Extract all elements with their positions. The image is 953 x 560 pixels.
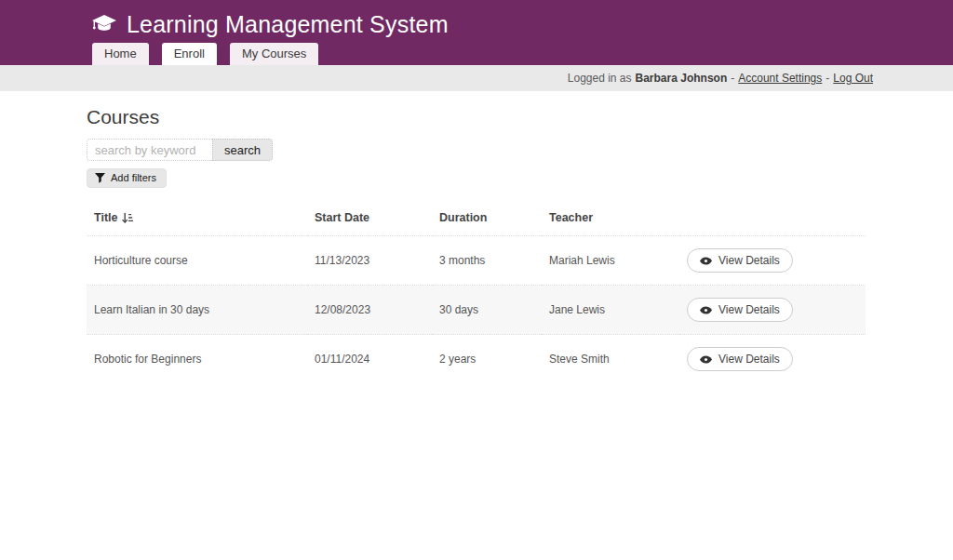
logged-in-label: Logged in as	[568, 72, 632, 85]
table-row: Learn Italian in 30 days 12/08/2023 30 d…	[87, 286, 866, 335]
user-name: Barbara Johnson	[636, 72, 728, 85]
table-row: Robotic for Beginners 01/11/2024 2 years…	[87, 335, 866, 384]
eye-icon	[700, 257, 712, 265]
log-out-link[interactable]: Log Out	[833, 72, 873, 85]
column-header-duration: Duration	[432, 202, 542, 236]
courses-table: Title Start Date Durati	[87, 202, 866, 383]
filter-icon	[95, 173, 105, 183]
course-start-date: 01/11/2024	[307, 335, 432, 384]
graduation-cap-icon	[92, 15, 116, 34]
view-details-button[interactable]: View Details	[687, 298, 793, 322]
course-duration: 2 years	[432, 335, 542, 384]
course-title: Robotic for Beginners	[87, 335, 307, 384]
search-button[interactable]: search	[212, 139, 273, 161]
view-details-button[interactable]: View Details	[687, 347, 793, 371]
view-details-label: View Details	[718, 303, 780, 316]
eye-icon	[700, 355, 712, 364]
table-header: Title Start Date Durati	[87, 202, 866, 236]
main-nav: Home Enroll My Courses	[92, 43, 318, 65]
app-title: Learning Management System	[127, 11, 449, 38]
main-content: Courses search Add filters Title	[87, 106, 873, 383]
add-filters-button[interactable]: Add filters	[87, 168, 167, 188]
course-duration: 30 days	[432, 286, 542, 335]
course-title: Horticulture course	[87, 236, 307, 286]
view-details-label: View Details	[718, 254, 780, 267]
separator: -	[731, 72, 734, 85]
column-header-actions	[679, 202, 866, 236]
search-group: search	[87, 139, 873, 161]
course-teacher: Jane Lewis	[542, 286, 679, 335]
app-header: Learning Management System Home Enroll M…	[0, 0, 953, 65]
course-duration: 3 months	[432, 236, 542, 286]
eye-icon	[700, 306, 712, 314]
tab-my-courses[interactable]: My Courses	[230, 43, 318, 65]
add-filters-label: Add filters	[111, 172, 156, 183]
column-header-teacher: Teacher	[542, 202, 679, 236]
sort-icon	[122, 212, 133, 224]
table-row: Horticulture course 11/13/2023 3 months …	[87, 236, 866, 286]
course-start-date: 11/13/2023	[307, 236, 432, 286]
column-title-label: Title	[94, 211, 117, 224]
tab-enroll[interactable]: Enroll	[162, 43, 217, 65]
account-settings-link[interactable]: Account Settings	[738, 72, 822, 85]
session-bar: Logged in as Barbara Johnson - Account S…	[0, 65, 953, 91]
separator: -	[825, 72, 829, 85]
course-start-date: 12/08/2023	[307, 286, 432, 335]
search-input[interactable]	[87, 139, 212, 161]
view-details-button[interactable]: View Details	[687, 248, 793, 273]
view-details-label: View Details	[718, 353, 780, 366]
column-header-title[interactable]: Title	[87, 202, 307, 236]
page-title: Courses	[87, 106, 873, 128]
course-teacher: Steve Smith	[542, 335, 679, 384]
tab-home[interactable]: Home	[92, 43, 149, 65]
column-header-start-date: Start Date	[307, 202, 432, 236]
course-teacher: Mariah Lewis	[542, 236, 679, 286]
brand: Learning Management System	[92, 11, 449, 38]
course-title: Learn Italian in 30 days	[87, 286, 307, 335]
